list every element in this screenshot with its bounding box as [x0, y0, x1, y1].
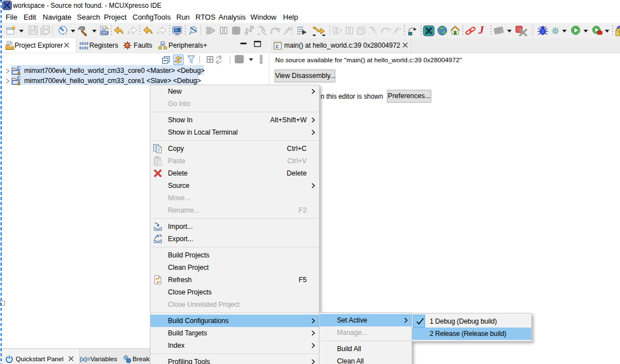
- svg-text:010: 010: [102, 30, 109, 35]
- svg-text:C: C: [17, 66, 21, 71]
- svg-text:C: C: [17, 76, 21, 81]
- svg-text:c: c: [276, 43, 279, 49]
- svg-text:J: J: [478, 24, 484, 36]
- svg-text:0101: 0101: [79, 46, 88, 50]
- svg-text:S: S: [17, 81, 21, 86]
